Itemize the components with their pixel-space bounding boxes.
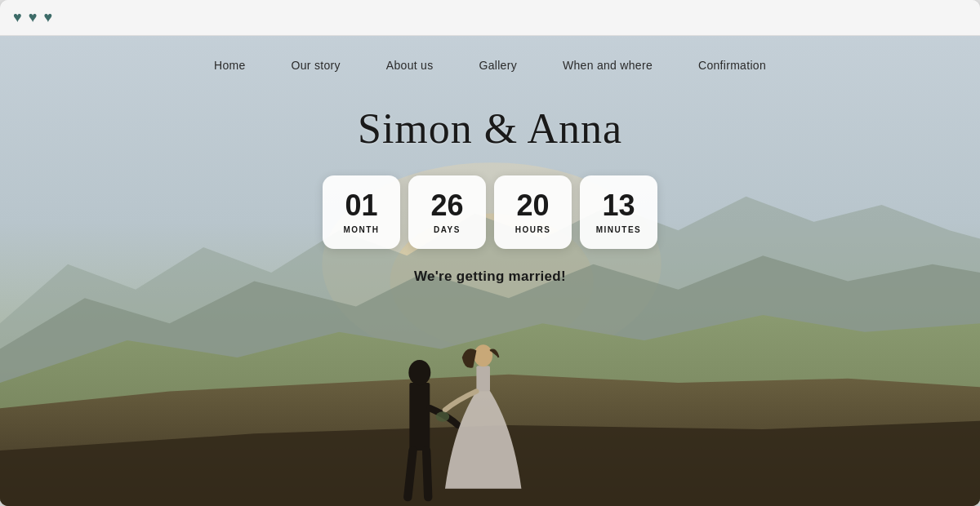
nav-our-story[interactable]: Our story xyxy=(269,59,363,72)
minutes-number: 13 xyxy=(602,191,635,220)
hours-number: 20 xyxy=(516,191,549,220)
nav-gallery[interactable]: Gallery xyxy=(457,59,540,72)
countdown-timer: 01 MONTH 26 DAYS 20 HOURS 13 MINUTES xyxy=(323,175,657,249)
heart-icon-2: ♥ xyxy=(29,9,38,26)
browser-content: Home Our story About us Gallery When and… xyxy=(0,36,980,506)
minutes-label: MINUTES xyxy=(596,225,642,234)
couple-name: Simon & Anna xyxy=(358,104,622,153)
browser-titlebar: ♥ ♥ ♥ xyxy=(0,0,980,36)
countdown-hours: 20 HOURS xyxy=(494,175,572,249)
svg-rect-5 xyxy=(476,366,490,391)
wedding-tagline: We're getting married! xyxy=(414,269,566,285)
heart-icon-1: ♥ xyxy=(13,9,22,26)
hours-label: HOURS xyxy=(515,225,551,234)
nav-confirmation[interactable]: Confirmation xyxy=(675,59,789,72)
nav-when-and-where[interactable]: When and where xyxy=(540,59,675,72)
months-number: 01 xyxy=(345,191,377,220)
countdown-months: 01 MONTH xyxy=(323,175,400,249)
nav-home[interactable]: Home xyxy=(191,59,269,72)
svg-point-4 xyxy=(408,360,430,385)
svg-point-6 xyxy=(474,344,492,366)
website: Home Our story About us Gallery When and… xyxy=(0,36,980,506)
countdown-days: 26 DAYS xyxy=(408,175,486,249)
hero-content: Simon & Anna 01 MONTH 26 DAYS 20 HOURS xyxy=(0,88,980,285)
svg-rect-3 xyxy=(409,383,430,451)
browser-window: ♥ ♥ ♥ xyxy=(0,0,980,506)
months-label: MONTH xyxy=(343,225,379,234)
navigation: Home Our story About us Gallery When and… xyxy=(0,36,980,88)
nav-about-us[interactable]: About us xyxy=(363,59,457,72)
days-number: 26 xyxy=(430,191,463,220)
countdown-minutes: 13 MINUTES xyxy=(580,175,657,249)
heart-icon-3: ♥ xyxy=(43,9,52,26)
days-label: DAYS xyxy=(434,225,461,234)
svg-point-7 xyxy=(436,411,450,421)
